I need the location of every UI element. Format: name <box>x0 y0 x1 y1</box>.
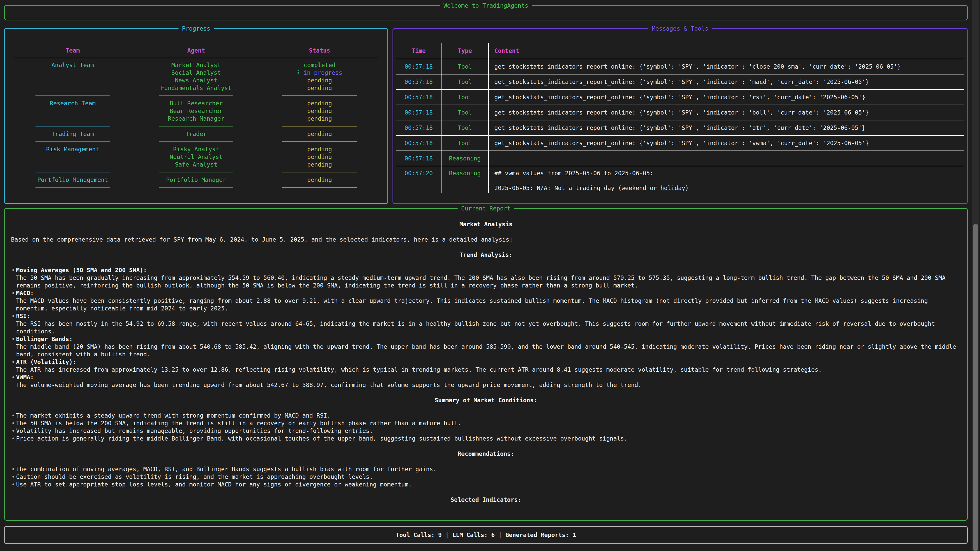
summary-list: The market exhibits a steady upward tren… <box>11 412 961 442</box>
progress-row: Bear Researcher pending <box>11 107 381 115</box>
message-content: get_stockstats_indicators_report_online:… <box>489 90 964 105</box>
list-item: Volatility has increased but remains man… <box>11 427 961 435</box>
header-separator <box>14 58 378 58</box>
column-header-content: Content <box>489 43 964 59</box>
status-badge: pending <box>258 100 381 107</box>
message-type: Tool <box>442 90 489 105</box>
scrollbar-thumb[interactable] <box>973 224 978 551</box>
messages-tools-panel: Messages & Tools Time Type Content 00:57… <box>393 28 968 204</box>
status-badge: pending <box>258 176 381 184</box>
section-heading: Summary of Market Conditions: <box>11 396 961 404</box>
bullet-text: The RSI has been mostly in the 54.92 to … <box>16 321 935 335</box>
list-item: The market exhibits a steady upward tren… <box>11 412 961 419</box>
team-name: Risk Management <box>11 145 135 153</box>
message-row: 00:57:18 Tool get_stockstats_indicators_… <box>396 90 964 105</box>
scrollbar-track[interactable] <box>972 0 979 551</box>
trend-analysis-list: Moving Averages (50 SMA and 200 SMA):The… <box>11 266 961 389</box>
list-item: Use ATR to set appropriate stop-loss lev… <box>11 481 961 488</box>
progress-row: Trading Team Trader pending <box>11 130 381 138</box>
status-badge: ⠇in_progress <box>258 69 381 76</box>
report-heading: Market Analysis <box>11 221 961 228</box>
status-badge: pending <box>258 130 381 138</box>
status-badge: pending <box>258 145 381 153</box>
section-heading: Recommendations: <box>11 450 961 457</box>
section-separator <box>11 184 381 191</box>
message-type: Tool <box>442 105 489 120</box>
bullet-text: The ATR has increased from approximately… <box>16 366 822 373</box>
section-separator <box>11 138 381 145</box>
message-time: 00:57:18 <box>396 136 442 151</box>
list-item: VWMA:The volume-weighted moving average … <box>11 373 961 389</box>
messages-table-header: Time Type Content <box>396 43 964 59</box>
bullet-text: The middle band (20 SMA) has been rising… <box>16 343 956 358</box>
message-time: 00:57:18 <box>396 59 442 74</box>
message-content: ## vwma values from 2025-05-06 to 2025-0… <box>489 166 964 193</box>
bullet-term: MACD: <box>16 290 34 297</box>
message-content <box>489 151 964 166</box>
progress-row: Risk Management Risky Analyst pending <box>11 145 381 153</box>
column-header-time: Time <box>396 43 442 59</box>
status-badge: pending <box>258 84 381 92</box>
agent-name: Trader <box>135 130 258 138</box>
progress-row: Analyst Team Market Analyst completed <box>11 61 381 69</box>
messages-tools-panel-title: Messages & Tools <box>648 25 712 32</box>
message-time: 00:57:20 <box>396 166 442 193</box>
agent-name: Bull Researcher <box>135 100 258 107</box>
column-header-agent: Agent <box>135 47 258 54</box>
message-row: 00:57:20 Reasoning ## vwma values from 2… <box>396 166 964 193</box>
message-type: Tool <box>442 75 489 89</box>
list-item: Price action is generally riding the mid… <box>11 435 961 442</box>
message-time: 00:57:18 <box>396 75 442 89</box>
message-type: Tool <box>442 59 489 74</box>
agent-name: Bear Researcher <box>135 107 258 115</box>
message-content-line: ## vwma values from 2025-05-06 to 2025-0… <box>494 170 653 176</box>
progress-row: Neutral Analyst pending <box>11 153 381 161</box>
list-item: The combination of moving averages, MACD… <box>11 465 961 473</box>
bullet-term: Moving Averages (50 SMA and 200 SMA): <box>16 267 147 273</box>
column-header-type: Type <box>442 43 489 59</box>
message-type: Reasoning <box>442 151 489 166</box>
bullet-term: ATR (Volatility): <box>16 359 76 365</box>
progress-table: Team Agent Status Analyst Team Market An… <box>5 47 387 191</box>
stats-text: Tool Calls: 9 | LLM Calls: 6 | Generated… <box>5 527 967 543</box>
message-row: 00:57:18 Tool get_stockstats_indicators_… <box>396 75 964 90</box>
list-item: ATR (Volatility):The ATR has increased f… <box>11 358 961 373</box>
bullet-text: The MACD values have been consistently p… <box>16 297 928 312</box>
team-name: Trading Team <box>11 130 135 138</box>
message-row: 00:57:18 Tool get_stockstats_indicators_… <box>396 105 964 121</box>
message-type: Reasoning <box>442 166 489 193</box>
progress-row: Research Team Bull Researcher pending <box>11 100 381 107</box>
team-name <box>11 69 135 76</box>
agent-name: Market Analyst <box>135 61 258 69</box>
team-name <box>11 161 135 168</box>
status-badge: pending <box>258 76 381 84</box>
list-item: Bollinger Bands:The middle band (20 SMA)… <box>11 335 961 358</box>
list-item: Caution should be exercised as volatilit… <box>11 473 961 481</box>
team-name <box>11 153 135 161</box>
progress-row: Social Analyst ⠇in_progress <box>11 69 381 76</box>
message-type: Tool <box>442 136 489 151</box>
agent-name: Risky Analyst <box>135 145 258 153</box>
agent-name: News Analyst <box>135 76 258 84</box>
message-content: get_stockstats_indicators_report_online:… <box>489 121 964 135</box>
message-row: 00:57:18 Tool get_stockstats_indicators_… <box>396 121 964 136</box>
current-report-panel: Current Report Market Analysis Based on … <box>4 208 968 521</box>
message-time: 00:57:18 <box>396 151 442 166</box>
status-badge: completed <box>258 61 381 69</box>
report-intro: Based on the comprehensive data retrieve… <box>11 236 961 243</box>
list-item: Moving Averages (50 SMA and 200 SMA):The… <box>11 266 961 289</box>
message-content: get_stockstats_indicators_report_online:… <box>489 105 964 120</box>
app-title: Welcome to TradingAgents <box>440 2 532 10</box>
team-name <box>11 115 135 122</box>
column-header-team: Team <box>11 47 135 54</box>
section-heading: Trend Analysis: <box>11 251 961 259</box>
progress-panel: Progress Team Agent Status Analyst Team … <box>4 28 388 204</box>
recommendations-list: The combination of moving averages, MACD… <box>11 465 961 488</box>
messages-table: Time Type Content 00:57:18 Tool get_stoc… <box>396 43 964 193</box>
bullet-text: The volume-weighted moving average has b… <box>16 382 641 388</box>
status-badge: pending <box>258 153 381 161</box>
message-time: 00:57:18 <box>396 90 442 105</box>
status-badge: pending <box>258 107 381 115</box>
message-row: 00:57:18 Tool get_stockstats_indicators_… <box>396 136 964 151</box>
status-badge: pending <box>258 115 381 122</box>
